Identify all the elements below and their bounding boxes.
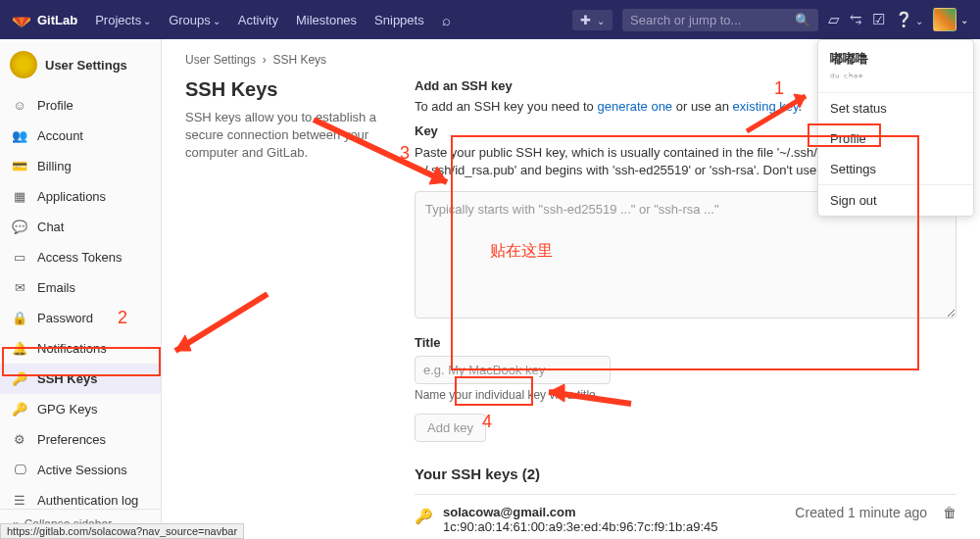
sidebar-item-label: Chat: [37, 220, 64, 234]
text: To add an SSH key you need to: [415, 99, 597, 114]
ssh-key-row: 🔑 solacowa@gmail.com 1c:90:a0:14:61:00:a…: [415, 494, 956, 539]
sidebar-item-label: Password: [37, 311, 93, 325]
menu-sign-out[interactable]: Sign out: [818, 185, 973, 216]
title-note: Name your individual key via a title: [415, 388, 956, 402]
sidebar-item-label: Access Tokens: [37, 250, 122, 265]
title-label: Title: [415, 335, 956, 350]
key-icon: 🔑: [12, 371, 27, 386]
menu-set-status[interactable]: Set status: [818, 93, 973, 123]
help-icon[interactable]: ❔⌄: [895, 11, 923, 28]
dropdown-header: 嘟嘟噜 ᵈᵘ ᶜʰᵃᵒ: [818, 40, 973, 93]
sidebar-item-account[interactable]: 👥Account: [0, 121, 161, 151]
merge-requests-icon[interactable]: ⥃: [850, 11, 862, 28]
search-icon: 🔍: [795, 13, 810, 27]
sidebar-item-label: GPG Keys: [37, 402, 97, 416]
sidebar-item-emails[interactable]: ✉Emails: [0, 272, 161, 303]
topbar: GitLab Projects⌄ Groups⌄ Activity Milest…: [0, 0, 980, 39]
chevron-down-icon: ⌄: [915, 16, 923, 26]
crumb-ssh: SSH Keys: [272, 53, 326, 67]
dropdown-handle: ᵈᵘ ᶜʰᵃᵒ: [830, 72, 961, 84]
nav-groups[interactable]: Groups⌄: [169, 13, 220, 27]
nav-projects[interactable]: Projects⌄: [95, 13, 151, 27]
sidebar-heading-label: User Settings: [45, 58, 127, 73]
sidebar-item-label: Preferences: [37, 432, 106, 447]
profile-icon: ☺: [12, 98, 27, 113]
chevron-down-icon: ⌄: [597, 16, 605, 26]
chevron-down-icon: ⌄: [143, 16, 151, 26]
sidebar-item-label: Active Sessions: [37, 463, 127, 477]
crumb-sep: ›: [263, 53, 267, 67]
token-icon: ▭: [12, 250, 27, 265]
monitor-icon: 🖵: [12, 463, 27, 477]
sidebar-item-chat[interactable]: 💬Chat: [0, 212, 161, 242]
sidebar-item-label: Profile: [37, 98, 74, 113]
account-icon: 👥: [12, 128, 27, 143]
bell-icon: 🔔: [12, 341, 27, 356]
telescope-icon[interactable]: ⌕: [442, 12, 451, 28]
sidebar-item-preferences[interactable]: ⚙Preferences: [0, 424, 161, 455]
preferences-icon: ⚙: [12, 432, 27, 447]
add-key-button[interactable]: Add key: [415, 414, 486, 442]
nav-groups-label: Groups: [169, 13, 211, 27]
nav-snippets[interactable]: Snippets: [374, 13, 424, 27]
sidebar-item-applications[interactable]: ▦Applications: [0, 181, 161, 212]
page-desc: SSH keys allow you to establish a secure…: [185, 109, 391, 163]
chat-icon: 💬: [12, 220, 27, 234]
key-fingerprint: 1c:90:a0:14:61:00:a9:3e:ed:4b:96:7c:f9:1…: [443, 519, 717, 534]
title-input[interactable]: [415, 356, 611, 384]
sidebar-item-label: Authentication log: [37, 493, 138, 508]
key-icon: 🔑: [12, 402, 27, 416]
crumb-user-settings[interactable]: User Settings: [185, 53, 256, 67]
topbar-right: ✚ ⌄ 🔍 ▱ ⥃ ☑ ❔⌄ ⌄: [572, 8, 968, 31]
log-icon: ☰: [12, 493, 27, 508]
sidebar-item-label: Notifications: [37, 341, 107, 356]
status-bar: https://gitlab.com/solacowa?nav_source=n…: [0, 523, 244, 539]
sidebar: User Settings ☺Profile 👥Account 💳Billing…: [0, 39, 162, 539]
sidebar-item-billing[interactable]: 💳Billing: [0, 151, 161, 181]
issues-icon[interactable]: ▱: [828, 11, 840, 28]
sidebar-item-ssh-keys[interactable]: 🔑SSH Keys: [0, 364, 161, 394]
sidebar-item-access-tokens[interactable]: ▭Access Tokens: [0, 242, 161, 272]
sidebar-item-password[interactable]: 🔒Password: [0, 303, 161, 333]
nav-milestones[interactable]: Milestones: [296, 13, 357, 27]
applications-icon: ▦: [12, 189, 27, 204]
existing-key-link[interactable]: existing key: [733, 99, 799, 114]
nav-activity[interactable]: Activity: [238, 13, 278, 27]
trash-icon[interactable]: 🗑: [943, 505, 956, 520]
text: or use an: [672, 99, 732, 114]
todos-icon[interactable]: ☑: [872, 11, 885, 28]
user-dropdown: 嘟嘟噜 ᵈᵘ ᶜʰᵃᵒ Set status Profile Settings …: [817, 39, 974, 217]
email-icon: ✉: [12, 280, 27, 295]
sidebar-item-active-sessions[interactable]: 🖵Active Sessions: [0, 455, 161, 485]
chevron-down-icon: ⌄: [960, 15, 968, 25]
your-keys-heading: Your SSH keys (2): [415, 466, 956, 482]
key-line: solacowa@gmail.com 1c:90:a0:14:61:00:a9:…: [443, 505, 785, 534]
page-title: SSH Keys: [185, 78, 391, 101]
user-menu-trigger[interactable]: ⌄: [933, 8, 968, 31]
search-box[interactable]: 🔍: [622, 9, 818, 31]
logo[interactable]: GitLab: [12, 10, 77, 29]
brand-text: GitLab: [37, 13, 77, 27]
sidebar-heading[interactable]: User Settings: [0, 39, 161, 90]
billing-icon: 💳: [12, 159, 27, 173]
chevron-down-icon: ⌄: [213, 16, 220, 26]
page-intro: SSH Keys SSH keys allow you to establish…: [185, 78, 391, 539]
generate-link[interactable]: generate one: [597, 99, 672, 114]
new-dropdown[interactable]: ✚ ⌄: [572, 10, 612, 30]
sidebar-item-label: Emails: [37, 280, 75, 295]
search-input[interactable]: [630, 13, 777, 27]
sidebar-item-label: Applications: [37, 189, 106, 204]
key-email: solacowa@gmail.com: [443, 505, 576, 519]
avatar: [933, 8, 956, 31]
menu-settings[interactable]: Settings: [818, 154, 973, 184]
sidebar-item-label: Billing: [37, 159, 72, 173]
gitlab-icon: [12, 10, 31, 29]
sidebar-item-label: SSH Keys: [37, 371, 97, 386]
sidebar-item-notifications[interactable]: 🔔Notifications: [0, 333, 161, 364]
text: .: [799, 99, 803, 114]
key-icon: 🔑: [415, 508, 433, 525]
nav-projects-label: Projects: [95, 13, 141, 27]
sidebar-item-profile[interactable]: ☺Profile: [0, 90, 161, 121]
menu-profile[interactable]: Profile: [818, 123, 973, 154]
sidebar-item-gpg-keys[interactable]: 🔑GPG Keys: [0, 394, 161, 424]
